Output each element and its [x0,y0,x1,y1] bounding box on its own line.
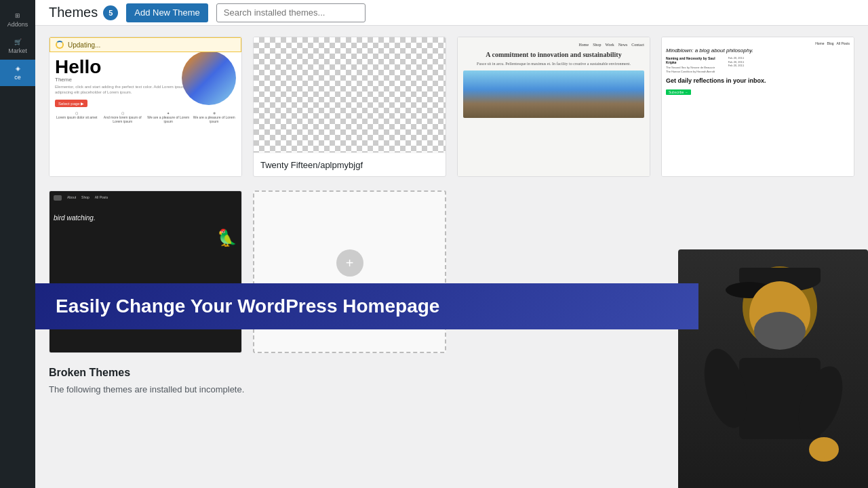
hello-feature-4: ❄We are a pleasure of Lorem ipsum [193,111,237,123]
ttw-bird-image: 🦜 [54,228,237,247]
twenty-twenty-four-preview: HomeShopWorkNewsContact A commitment to … [458,37,650,176]
ttt-bottom: Get daily reflections in your inbox. Sub… [666,77,850,96]
ttt-heading: Mindblown: a blog about philosophy. [666,47,850,54]
sidebar-label-market: Market [8,47,27,54]
svg-rect-2 [739,268,821,283]
twenty-fifteen-preview [254,37,446,152]
ce-icon: ◈ [16,65,20,72]
ttf-text: Fusce sit in arcu. Pellentesque in maxim… [463,61,644,66]
sidebar: ⊞ Addons 🛒 Market ◈ ce [0,0,35,488]
svg-rect-10 [817,439,825,460]
hello-cta-btn: Select page ▶ [55,100,87,107]
search-input[interactable] [216,3,366,22]
page-header: Themes 5 Add New Theme [35,0,868,26]
sidebar-label-addons: Addons [7,21,28,28]
updating-bar: Updating... [50,37,241,52]
theme-card-twenty-twenty-four[interactable]: HomeShopWorkNewsContact A commitment to … [457,37,650,177]
theme-info-twenty-twenty-three: Twenty Twenty-Three [662,176,854,177]
overlay-banner-text: Easily Change Your WordPress Homepage [56,296,439,317]
ttf-building-image [463,70,644,118]
ttt-col-1: Naming and Necessity by Saul Kripke The … [666,56,726,73]
hello-feature-2: ⬡And more lorem ipsum of Lorem ipsum [101,111,145,123]
theme-card-twenty-twenty-three[interactable]: HomeBlogAll Posts Mindblown: a blog abou… [661,37,854,177]
theme-count-badge: 5 [103,5,118,20]
main-content: Themes 5 Add New Theme Updating... Hello… [35,0,868,488]
person-silhouette [678,249,868,488]
theme-info-twenty-fifteen: Twenty Fifteen/aplpmybjgf [254,152,446,176]
sidebar-item-ce[interactable]: ◈ ce [0,60,35,86]
add-theme-icon: + [336,249,363,277]
ttw-nav: AboutShopAll Posts [54,195,237,201]
theme-name-twenty-fifteen: Twenty Fifteen/aplpmybjgf [260,160,363,170]
ttt-col-2: Feb 20, 2011 Feb 20, 2011 Feb 20, 2011 [728,56,788,73]
hello-theme-preview: Updating... Hello Theme Elementor, click… [50,37,241,176]
sidebar-item-market[interactable]: 🛒 Market [0,33,35,60]
ttt-cols: Naming and Necessity by Saul Kripke The … [666,56,850,73]
updating-spinner [56,41,64,49]
ttf-title: A commitment to innovation and sustainab… [463,51,644,58]
theme-info-twenty-twenty-two: Twenty Twenty-Two [50,352,241,353]
page-title: Themes [49,5,98,20]
hello-feature-3: ✦We are a pleasure of Lorem ipsum [146,111,191,123]
ttt-nav: HomeBlogAll Posts [666,41,850,45]
svg-point-5 [754,312,806,350]
theme-info-twenty-twenty-four: Twenty Twenty-Four [458,176,650,177]
theme-card-hello[interactable]: Updating... Hello Theme Elementor, click… [49,37,242,177]
twenty-twenty-three-preview: HomeBlogAll Posts Mindblown: a blog abou… [662,37,854,176]
sidebar-label-ce: ce [14,74,21,81]
overlay-banner: Easily Change Your WordPress Homepage [35,283,698,329]
ttt-col-3 [790,56,850,73]
hello-circle-image [182,51,236,105]
themes-grid-row1: Updating... Hello Theme Elementor, click… [49,37,854,177]
addons-icon: ⊞ [15,12,20,19]
market-icon: 🛒 [14,39,22,45]
add-new-theme-button[interactable]: Add New Theme [126,3,208,22]
ttw-main-text: bird watching. [54,214,237,222]
updating-text: Updating... [68,41,100,49]
sidebar-item-addons[interactable]: ⊞ Addons [0,7,35,33]
theme-card-twenty-fifteen[interactable]: Twenty Fifteen/aplpmybjgf [253,37,446,177]
person-overlay [678,249,868,488]
content-area: Updating... Hello Theme Elementor, click… [35,26,868,488]
person-svg [685,253,861,488]
active-row: Active: Hello Elementor Customize [50,176,241,177]
hello-features: ⬡Lorem ipsum dolor sit amet ⬡And more lo… [55,111,236,123]
page-title-group: Themes 5 [49,5,118,20]
ttf-nav: HomeShopWorkNewsContact [463,43,644,47]
hello-feature-1: ⬡Lorem ipsum dolor sit amet [55,111,99,123]
